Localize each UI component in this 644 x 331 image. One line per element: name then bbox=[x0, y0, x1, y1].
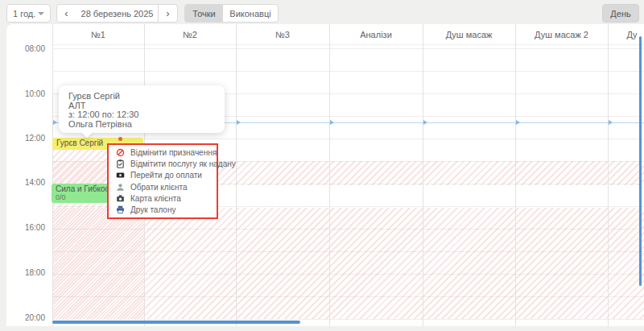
prev-day-button[interactable]: ‹ bbox=[56, 4, 76, 23]
ban-icon bbox=[116, 148, 125, 157]
column-header: Душ масаж 2 bbox=[515, 30, 608, 41]
view-toggle-performers[interactable]: Виконавці bbox=[223, 4, 279, 23]
current-time-arrow-icon bbox=[516, 120, 520, 125]
menu-item-cancel-appointment[interactable]: Відмінити призначення bbox=[109, 147, 217, 158]
vertical-scrollbar[interactable] bbox=[639, 36, 642, 286]
time-label: 10:00 bbox=[6, 89, 45, 98]
current-time-arrow-icon bbox=[330, 120, 334, 125]
client-card-icon bbox=[116, 194, 125, 203]
event-alert-dot-icon bbox=[118, 137, 122, 141]
time-label: 20:00 bbox=[6, 313, 45, 322]
unavailable-region bbox=[53, 208, 644, 319]
date-display[interactable]: 28 березень 2025 bbox=[76, 4, 159, 23]
menu-item-mark-service-done[interactable]: Відмітити послугу як надану bbox=[109, 159, 217, 169]
time-label: 08:00 bbox=[6, 44, 45, 53]
column-header: Душ масаж bbox=[423, 30, 515, 41]
column-separator bbox=[608, 24, 609, 326]
time-label: 16:00 bbox=[6, 223, 45, 232]
column-header: Аналізи bbox=[329, 30, 423, 41]
menu-item-go-to-payment[interactable]: Перейти до оплати bbox=[109, 170, 217, 180]
tooltip-client-name: Гурєв Сергій bbox=[68, 92, 215, 101]
column-separator bbox=[423, 24, 423, 326]
menu-item-select-client[interactable]: Обрати клієнта bbox=[109, 182, 217, 192]
column-separator bbox=[329, 24, 330, 326]
view-toggle-points[interactable]: Точки bbox=[184, 4, 224, 23]
payment-icon bbox=[116, 171, 125, 180]
column-header: №3 bbox=[236, 30, 329, 41]
day-view-button[interactable]: День bbox=[602, 4, 639, 23]
header-divider bbox=[52, 44, 644, 45]
mark-done-icon bbox=[116, 159, 125, 168]
select-client-icon bbox=[116, 183, 125, 192]
time-label: 18:00 bbox=[6, 268, 45, 277]
column-separator bbox=[236, 24, 237, 326]
day-end-marker bbox=[52, 321, 300, 324]
current-time-arrow-icon bbox=[237, 120, 241, 125]
current-time-arrow-icon bbox=[53, 120, 57, 125]
interval-select[interactable]: 1 год. bbox=[6, 4, 51, 23]
interval-value: 1 год. bbox=[13, 9, 35, 19]
event-tooltip: Гурєв Сергій АЛТ з: 12:00 по: 12:30 Ольг… bbox=[59, 85, 225, 133]
column-separator bbox=[52, 24, 53, 326]
time-label: 12:00 bbox=[6, 134, 45, 143]
time-label: 14:00 bbox=[6, 178, 45, 187]
caret-down-icon bbox=[38, 12, 44, 15]
next-day-button[interactable]: › bbox=[158, 4, 178, 23]
print-icon bbox=[116, 205, 125, 214]
current-time-arrow-icon bbox=[609, 120, 613, 125]
column-header: №2 bbox=[144, 30, 236, 41]
tooltip-time-range: з: 12:00 по: 12:30 bbox=[68, 110, 215, 120]
tooltip-specialist: Ольга Петрівна bbox=[68, 120, 215, 130]
column-header: №1 bbox=[52, 30, 144, 41]
menu-item-client-card[interactable]: Карта клієнта bbox=[109, 193, 217, 204]
menu-item-print-ticket[interactable]: Друк талону bbox=[109, 205, 217, 215]
toolbar: 1 год. ‹ 28 березень 2025 › Точки Викона… bbox=[0, 0, 644, 24]
column-separator bbox=[515, 24, 516, 326]
current-time-arrow-icon bbox=[423, 120, 427, 125]
event-context-menu: Відмінити призначення Відмітити послугу … bbox=[107, 143, 218, 219]
